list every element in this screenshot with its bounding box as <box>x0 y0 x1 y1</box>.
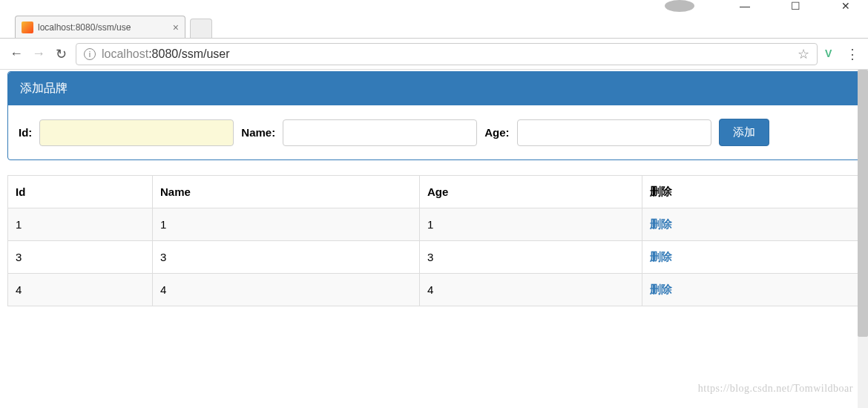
browser-tab[interactable]: localhost:8080/ssm/use × <box>15 16 185 38</box>
cell-age: 4 <box>420 274 642 306</box>
cell-delete: 删除 <box>642 241 861 274</box>
close-window-button[interactable]: ✕ <box>831 0 861 12</box>
id-label: Id: <box>19 126 32 139</box>
favicon-icon <box>22 22 33 33</box>
page-content: 添加品牌 Id: Name: Age: 添加 Id Name Age 删除 11… <box>0 71 868 306</box>
tab-title: localhost:8080/ssm/use <box>38 22 168 33</box>
back-button[interactable]: ← <box>9 46 24 62</box>
table-row: 111删除 <box>8 208 861 241</box>
header-delete: 删除 <box>642 176 861 208</box>
name-label: Name: <box>241 126 275 139</box>
header-id: Id <box>8 176 153 208</box>
tab-close-icon[interactable]: × <box>173 22 179 33</box>
new-tab-button[interactable] <box>190 19 212 38</box>
age-input[interactable] <box>517 119 711 146</box>
forward-button[interactable]: → <box>31 46 46 62</box>
url-path: :8080/ssm/user <box>148 47 229 60</box>
delete-link[interactable]: 删除 <box>650 217 672 230</box>
scrollbar-thumb[interactable] <box>858 70 868 337</box>
table-row: 444删除 <box>8 274 861 306</box>
age-label: Age: <box>484 126 509 139</box>
site-info-icon[interactable]: i <box>84 48 96 60</box>
add-brand-panel: 添加品牌 Id: Name: Age: 添加 <box>7 71 861 160</box>
cell-delete: 删除 <box>642 274 861 306</box>
table-header-row: Id Name Age 删除 <box>8 176 861 208</box>
name-input[interactable] <box>283 119 477 146</box>
browser-menu-icon[interactable]: ⋮ <box>846 46 859 62</box>
header-name: Name <box>153 176 420 208</box>
cell-id: 4 <box>8 274 153 306</box>
vertical-scrollbar[interactable] <box>858 70 868 408</box>
cell-name: 4 <box>153 274 420 306</box>
cell-age: 1 <box>420 208 642 241</box>
watermark-text: https://blog.csdn.net/Tomwildboar <box>698 383 853 395</box>
panel-title: 添加品牌 <box>8 72 860 105</box>
cell-name: 3 <box>153 241 420 274</box>
cell-id: 1 <box>8 208 153 241</box>
browser-toolbar: ← → ↻ i localhost:8080/ssm/user ☆ V ⋮ <box>0 39 868 70</box>
browser-tab-bar: localhost:8080/ssm/use × <box>0 12 868 39</box>
window-controls: — ☐ ✕ <box>0 0 868 12</box>
cell-age: 3 <box>420 241 642 274</box>
table-row: 333删除 <box>8 241 861 274</box>
address-bar[interactable]: i localhost:8080/ssm/user ☆ <box>76 43 818 65</box>
delete-link[interactable]: 删除 <box>650 283 672 295</box>
header-age: Age <box>420 176 642 208</box>
cell-delete: 删除 <box>642 208 861 241</box>
delete-link[interactable]: 删除 <box>650 250 672 263</box>
vue-devtools-icon[interactable]: V <box>825 47 838 61</box>
maximize-button[interactable]: ☐ <box>780 0 810 12</box>
bookmark-star-icon[interactable]: ☆ <box>798 46 809 62</box>
reload-button[interactable]: ↻ <box>53 46 68 62</box>
cell-id: 3 <box>8 241 153 274</box>
id-input[interactable] <box>39 119 234 146</box>
add-button[interactable]: 添加 <box>719 119 769 146</box>
url-host: localhost <box>102 47 148 60</box>
minimize-button[interactable]: — <box>730 0 760 12</box>
url-text: localhost:8080/ssm/user <box>102 47 230 61</box>
data-table: Id Name Age 删除 111删除333删除444删除 <box>7 175 861 306</box>
add-brand-form: Id: Name: Age: 添加 <box>8 105 860 159</box>
user-icon[interactable] <box>665 0 694 12</box>
cell-name: 1 <box>153 208 420 241</box>
